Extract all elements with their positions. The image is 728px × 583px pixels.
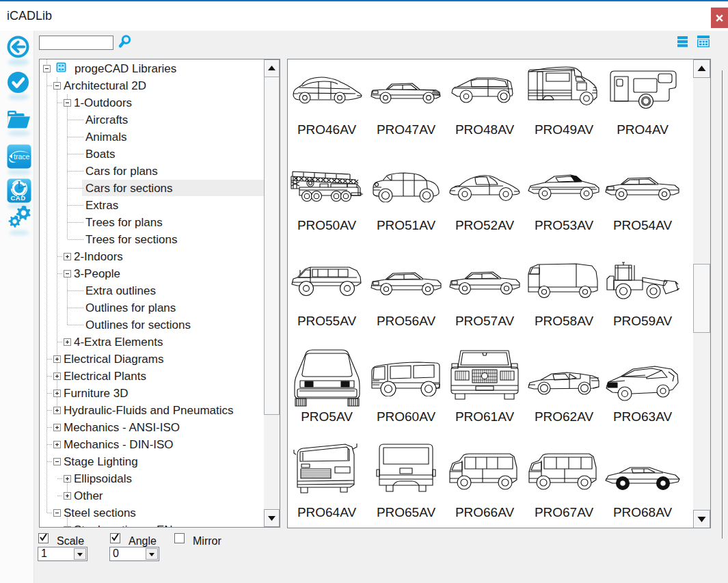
svg-text:trace: trace (14, 152, 30, 161)
svg-text:CAD: CAD (11, 194, 26, 202)
